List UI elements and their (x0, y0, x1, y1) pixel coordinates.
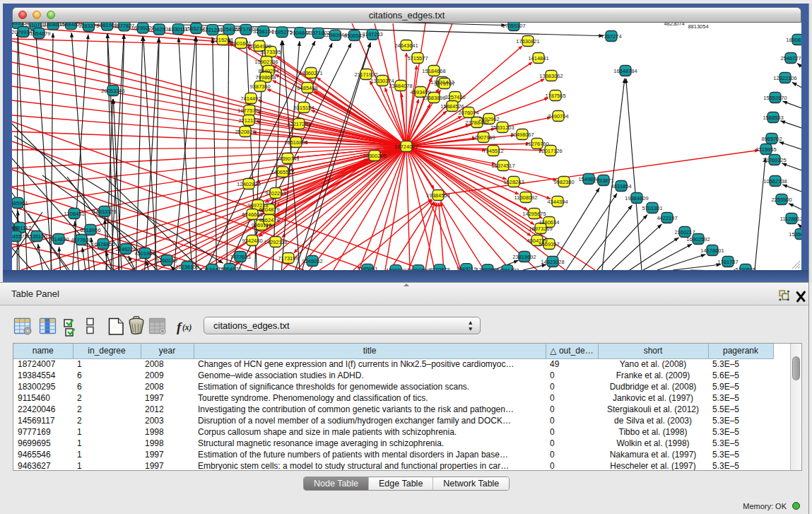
svg-text:3197263: 3197263 (363, 31, 383, 37)
svg-text:4344394: 4344394 (547, 199, 567, 205)
svg-text:23300205: 23300205 (363, 153, 386, 159)
svg-text:18724007: 18724007 (394, 144, 418, 150)
svg-text:7477633: 7477633 (230, 254, 250, 260)
svg-text:1260199: 1260199 (156, 257, 177, 264)
svg-text:14923028: 14923028 (541, 259, 564, 265)
svg-text:8940294: 8940294 (258, 68, 278, 74)
svg-text:15350329: 15350329 (789, 231, 801, 238)
svg-text:1781787: 1781787 (717, 259, 738, 265)
svg-text:11954679: 11954679 (28, 30, 51, 37)
svg-text:15884526: 15884526 (440, 103, 464, 110)
svg-text:16648784: 16648784 (613, 68, 637, 74)
svg-text:15374517: 15374517 (491, 163, 514, 169)
svg-text:7998668: 7998668 (255, 74, 276, 81)
svg-text:15552670: 15552670 (763, 95, 787, 101)
svg-text:22017126: 22017126 (539, 148, 562, 154)
svg-text:20053346: 20053346 (101, 88, 124, 94)
svg-text:24065515: 24065515 (271, 169, 294, 175)
svg-text:2076074: 2076074 (458, 110, 478, 116)
svg-text:13683898: 13683898 (422, 95, 445, 101)
svg-text:1528243: 1528243 (503, 179, 524, 185)
svg-text:7357274: 7357274 (601, 33, 621, 40)
svg-text:3257420: 3257420 (445, 94, 465, 100)
svg-text:1180634: 1180634 (539, 219, 560, 226)
svg-text:9702293: 9702293 (265, 190, 286, 197)
svg-text:7945512: 7945512 (483, 148, 503, 154)
svg-text:f: f (177, 320, 182, 334)
svg-text:23819692: 23819692 (512, 254, 536, 260)
svg-text:17907969: 17907969 (471, 134, 495, 141)
svg-text:2212138: 2212138 (238, 117, 259, 124)
svg-text:14333178: 14333178 (93, 209, 116, 215)
svg-text:19384609: 19384609 (625, 195, 648, 201)
svg-text:3173395: 3173395 (260, 49, 281, 55)
svg-text:(x): (x) (182, 323, 192, 332)
svg-text:2160217: 2160217 (674, 229, 695, 235)
svg-text:14178601: 14178601 (700, 247, 724, 254)
svg-text:7614830: 7614830 (48, 236, 69, 243)
svg-text:17390741: 17390741 (276, 156, 299, 162)
svg-text:6518956: 6518956 (80, 227, 100, 233)
svg-text:17630821: 17630821 (516, 38, 539, 45)
svg-text:7173199: 7173199 (278, 255, 298, 262)
svg-text:25531203: 25531203 (490, 124, 514, 131)
svg-text:21171932: 21171932 (355, 71, 378, 78)
svg-text:9982380: 9982380 (553, 179, 574, 185)
svg-text:5715577: 5715577 (407, 55, 428, 62)
svg-text:24800688: 24800688 (406, 267, 430, 270)
svg-text:2215208: 2215208 (212, 37, 233, 43)
svg-text:18973269: 18973269 (529, 226, 552, 232)
svg-text:2246228: 2246228 (115, 246, 136, 252)
svg-text:8490704: 8490704 (548, 113, 568, 119)
svg-text:8965702: 8965702 (761, 136, 782, 142)
svg-text:4577630: 4577630 (71, 237, 91, 243)
svg-text:1414841: 1414841 (528, 55, 548, 62)
svg-text:24501117: 24501117 (12, 225, 31, 231)
svg-text:2520828: 2520828 (235, 129, 255, 135)
svg-text:17059107: 17059107 (502, 23, 525, 29)
svg-text:21760325: 21760325 (763, 157, 786, 163)
svg-text:14295675: 14295675 (522, 211, 546, 217)
svg-text:14311432: 14311432 (496, 267, 519, 270)
svg-text:11308092: 11308092 (514, 194, 538, 201)
svg-text:4862478: 4862478 (259, 217, 279, 223)
svg-text:5730535: 5730535 (735, 267, 755, 271)
svg-text:5315154: 5315154 (293, 105, 314, 111)
svg-text:16516880: 16516880 (284, 139, 307, 146)
svg-text:3279707: 3279707 (434, 81, 454, 87)
svg-text:1706451: 1706451 (64, 211, 84, 217)
svg-text:9245052: 9245052 (302, 258, 322, 264)
svg-text:16478856: 16478856 (91, 241, 114, 247)
svg-text:4535130: 4535130 (26, 233, 47, 240)
svg-text:24643641: 24643641 (394, 42, 418, 49)
svg-text:6485488: 6485488 (297, 85, 317, 91)
svg-text:3585961: 3585961 (12, 200, 28, 206)
svg-text:7414492: 7414492 (240, 95, 261, 102)
svg-text:4422197: 4422197 (657, 215, 677, 221)
svg-text:2892962: 2892962 (478, 116, 499, 122)
svg-text:17042931: 17042931 (148, 26, 171, 33)
svg-text:5185891: 5185891 (357, 266, 377, 270)
svg-text:13983062: 13983062 (539, 73, 563, 79)
svg-text:5569357: 5569357 (539, 241, 559, 247)
svg-text:10562738: 10562738 (763, 178, 787, 185)
svg-text:4831854: 4831854 (611, 183, 631, 189)
svg-text:4823074: 4823074 (664, 23, 684, 27)
svg-text:22217287: 22217287 (287, 121, 310, 127)
svg-text:1649219: 1649219 (456, 266, 476, 270)
svg-text:2255500: 2255500 (771, 197, 792, 203)
svg-text:20498067: 20498067 (510, 132, 534, 138)
svg-text:4298229: 4298229 (385, 267, 406, 270)
svg-text:15902796: 15902796 (254, 59, 278, 65)
svg-text:23484078: 23484078 (389, 83, 412, 89)
svg-text:12322106: 12322106 (773, 75, 796, 81)
svg-text:11128612: 11128612 (780, 216, 801, 222)
svg-text:8813054: 8813054 (688, 23, 708, 30)
svg-text:9697218: 9697218 (247, 202, 268, 209)
svg-text:8215955: 8215955 (755, 146, 776, 153)
svg-text:16902592: 16902592 (686, 236, 710, 243)
svg-text:21276760: 21276760 (525, 141, 548, 147)
svg-text:1283375: 1283375 (78, 23, 99, 29)
svg-text:12402839: 12402839 (237, 181, 260, 187)
svg-text:24845573: 24845573 (12, 233, 28, 240)
